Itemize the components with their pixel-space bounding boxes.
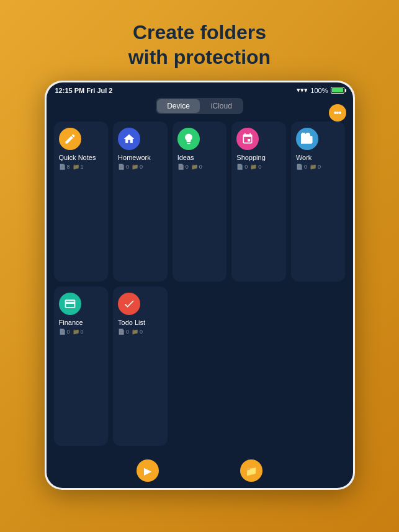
folder-card-work[interactable]: Work 📄 0 📁 0 (291, 122, 346, 282)
ipad-frame: 12:15 PM Fri Jul 2 ▾▾▾ 100% Device iClou… (45, 81, 355, 490)
more-button[interactable]: ••• (329, 104, 346, 122)
notes-icon-3: 📄 (236, 164, 243, 170)
more-dots-icon: ••• (334, 109, 341, 117)
folder-icon-2 (177, 128, 200, 150)
notes-icon-2: 📄 (177, 164, 184, 170)
folder-meta-2: 📄 0 📁 0 (177, 164, 222, 170)
subfolder-icon-2: 📁 (191, 164, 198, 170)
battery-indicator (331, 87, 344, 94)
subfolder-icon-3: 📁 (250, 164, 257, 170)
folder-meta-3: 📄 0 📁 0 (236, 164, 281, 170)
notes-icon-0: 📄 (59, 164, 66, 170)
folder-name-4: Work (296, 154, 341, 161)
folder-name-6: Todo List (118, 319, 163, 326)
device-tab[interactable]: Device (157, 99, 200, 113)
status-bar: 12:15 PM Fri Jul 2 ▾▾▾ 100% (47, 82, 353, 95)
wifi-icon: ▾▾▾ (297, 86, 308, 94)
subfolders-count-2: 📁 0 (191, 164, 202, 170)
folder-name-2: Ideas (177, 154, 222, 161)
folder-name-3: Shopping (236, 154, 281, 161)
folder-name-0: Quick Notes (59, 154, 104, 161)
folder-card-todo-list[interactable]: Todo List 📄 0 📁 0 (113, 286, 168, 446)
page-title: Create folders with protection (128, 20, 271, 69)
folder-meta-0: 📄 8 📁 1 (59, 164, 104, 170)
bottom-bar: ▶ 📁 (47, 453, 353, 488)
notes-count-2: 📄 0 (177, 164, 189, 170)
notes-count-5: 📄 0 (59, 329, 70, 335)
notes-icon-6: 📄 (118, 329, 125, 335)
folder-icon-0 (59, 128, 81, 150)
play-button[interactable]: ▶ (137, 459, 159, 482)
subfolders-count-6: 📁 0 (132, 329, 143, 335)
title-line2: with protection (128, 46, 271, 68)
folder-meta-6: 📄 0 📁 0 (118, 329, 163, 335)
folder-card-ideas[interactable]: Ideas 📄 0 📁 0 (173, 122, 227, 282)
folder-card-quick-notes[interactable]: Quick Notes 📄 8 📁 1 (54, 122, 109, 282)
subfolder-icon-0: 📁 (73, 164, 79, 170)
folder-grid: Quick Notes 📄 8 📁 1 Homework 📄 0 📁 0 Ide… (47, 119, 353, 453)
subfolders-count-0: 📁 1 (73, 164, 84, 170)
folder-card-homework[interactable]: Homework 📄 0 📁 0 (113, 122, 168, 282)
battery-percent: 100% (310, 87, 328, 94)
segmented-control[interactable]: Device iCloud (47, 98, 353, 114)
subfolder-icon-1: 📁 (132, 164, 138, 170)
folder-icon-3 (236, 128, 259, 150)
folder-meta-5: 📄 0 📁 0 (59, 329, 104, 335)
notes-count-1: 📄 0 (118, 164, 129, 170)
folder-meta-1: 📄 0 📁 0 (118, 164, 163, 170)
status-time: 12:15 PM Fri Jul 2 (55, 87, 113, 94)
folder-icon-4 (296, 128, 318, 150)
notes-count-6: 📄 0 (118, 329, 129, 335)
subfolders-count-3: 📁 0 (250, 164, 261, 170)
notes-icon-4: 📄 (296, 164, 303, 170)
folder-icon: 📁 (245, 465, 258, 477)
folder-name-1: Homework (118, 154, 163, 161)
subfolder-icon-4: 📁 (310, 164, 316, 170)
folder-icon-6 (118, 293, 140, 315)
title-line1: Create folders (133, 21, 266, 43)
folder-name-5: Finance (59, 319, 104, 326)
folder-icon-5 (59, 293, 81, 315)
subfolders-count-4: 📁 0 (310, 164, 321, 170)
icloud-tab[interactable]: iCloud (201, 99, 242, 113)
folder-card-shopping[interactable]: Shopping 📄 0 📁 0 (231, 122, 286, 282)
folder-meta-4: 📄 0 📁 0 (296, 164, 341, 170)
notes-icon-1: 📄 (118, 164, 125, 170)
folder-icon-1 (118, 128, 140, 150)
subfolders-count-5: 📁 0 (73, 329, 84, 335)
notes-icon-5: 📄 (59, 329, 66, 335)
notes-count-4: 📄 0 (296, 164, 307, 170)
play-icon: ▶ (144, 465, 151, 477)
notes-count-0: 📄 8 (59, 164, 70, 170)
folder-card-finance[interactable]: Finance 📄 0 📁 0 (54, 286, 109, 446)
folder-button[interactable]: 📁 (240, 459, 262, 482)
notes-count-3: 📄 0 (236, 164, 248, 170)
subfolder-icon-5: 📁 (73, 329, 79, 335)
subfolders-count-1: 📁 0 (132, 164, 143, 170)
subfolder-icon-6: 📁 (132, 329, 138, 335)
